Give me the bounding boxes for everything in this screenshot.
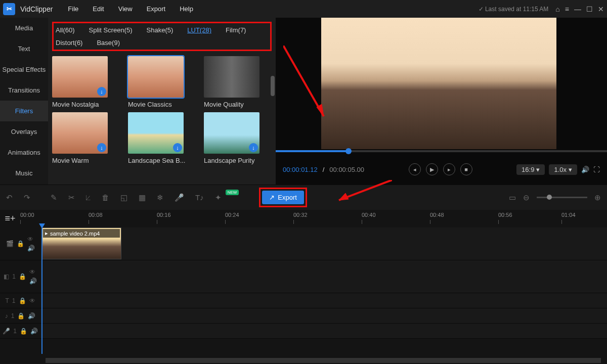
- zoom-thumb[interactable]: [547, 195, 552, 200]
- download-icon[interactable]: ↓: [173, 143, 182, 152]
- eye-icon[interactable]: 👁: [29, 268, 37, 276]
- sidebar-item-text[interactable]: Text: [0, 38, 48, 59]
- maximize-icon[interactable]: ☐: [586, 5, 593, 13]
- voice-track[interactable]: 🎤1🔒🔊: [0, 324, 607, 339]
- trim-icon[interactable]: ⟀: [86, 193, 91, 202]
- cat-film[interactable]: Film(7): [226, 26, 246, 34]
- eye-icon[interactable]: 👁: [29, 297, 35, 304]
- time-ruler[interactable]: 00:00 00:08 00:16 00:24 00:32 00:40 00:4…: [20, 210, 607, 228]
- fit-icon[interactable]: ▭: [509, 193, 516, 202]
- filter-movie-warm[interactable]: ↓ Movie Warm: [52, 112, 113, 164]
- next-frame-button[interactable]: ▸: [443, 163, 455, 175]
- zoom-slider[interactable]: [537, 197, 587, 198]
- prev-frame-button[interactable]: ◂: [409, 163, 421, 175]
- preview-video[interactable]: [321, 18, 556, 149]
- menu-export[interactable]: Export: [147, 5, 166, 13]
- cut-icon[interactable]: ✂: [68, 193, 75, 202]
- progress-thumb[interactable]: [345, 148, 352, 154]
- menu-help[interactable]: Help: [180, 5, 193, 13]
- preview-progress[interactable]: [276, 150, 607, 152]
- eye-icon[interactable]: 👁: [27, 236, 35, 243]
- svg-marker-3: [339, 193, 349, 200]
- ai-icon[interactable]: ✦: [215, 193, 222, 202]
- sidebar-item-music[interactable]: Music: [0, 163, 48, 184]
- zoom-out-icon[interactable]: ⊖: [523, 193, 530, 202]
- mute-icon[interactable]: 🔊: [29, 278, 37, 285]
- chevron-down-icon: ▾: [569, 166, 572, 173]
- audio-track[interactable]: ♪1🔒🔊: [0, 308, 607, 324]
- hamburger-icon[interactable]: ≡: [565, 5, 569, 13]
- sidebar-item-animations[interactable]: Animations: [0, 142, 48, 163]
- lock-icon[interactable]: 🔒: [20, 328, 27, 335]
- app-name: VidClipper: [20, 5, 53, 13]
- menu-edit[interactable]: Edit: [93, 5, 104, 13]
- delete-icon[interactable]: 🗑: [102, 193, 109, 202]
- cat-distort[interactable]: Distort(6): [56, 39, 82, 47]
- cat-base[interactable]: Base(9): [97, 39, 120, 47]
- panel-scrollbar[interactable]: [271, 76, 275, 96]
- mute-icon[interactable]: 🔊: [28, 312, 35, 320]
- cat-all[interactable]: All(60): [56, 26, 75, 34]
- close-icon[interactable]: ✕: [598, 5, 604, 13]
- zoom-in-icon[interactable]: ⊕: [594, 193, 601, 202]
- mosaic-icon[interactable]: ▦: [139, 193, 146, 202]
- lock-icon[interactable]: 🔒: [19, 273, 26, 280]
- crop-icon[interactable]: ◱: [120, 193, 127, 202]
- audio-track-icon: ♪: [5, 312, 8, 320]
- mic-icon[interactable]: 🎤: [175, 193, 184, 202]
- aspect-ratio-select[interactable]: 16:9▾: [516, 164, 545, 175]
- video-clip[interactable]: ▸sample video 2.mp4: [41, 228, 121, 259]
- menu-file[interactable]: File: [68, 5, 78, 13]
- minimize-icon[interactable]: —: [574, 5, 581, 13]
- export-button[interactable]: ↗ Export: [262, 191, 304, 204]
- speed-select[interactable]: 1.0x▾: [549, 164, 577, 175]
- lock-icon[interactable]: 🔒: [17, 240, 24, 247]
- sidebar-item-filters[interactable]: Filters: [0, 101, 48, 121]
- svg-line-0: [283, 46, 324, 116]
- filter-movie-classics[interactable]: Movie Classics: [128, 56, 189, 108]
- overlay-track[interactable]: ◧ 1 🔒 👁🔊: [0, 260, 607, 293]
- last-saved: ✓ Last saved at 11:15 AM: [479, 6, 549, 13]
- sidebar-item-fx[interactable]: Special Effects: [0, 59, 48, 80]
- sidebar-item-overlays[interactable]: Overlays: [0, 121, 48, 142]
- download-icon[interactable]: ↓: [97, 87, 106, 96]
- add-track-button[interactable]: ≡+: [0, 210, 20, 228]
- new-badge: NEW: [226, 190, 239, 195]
- volume-icon[interactable]: 🔊: [581, 166, 589, 173]
- edit-icon[interactable]: ✎: [51, 193, 57, 202]
- mute-icon[interactable]: 🔊: [27, 245, 35, 252]
- undo-icon[interactable]: ↶: [6, 193, 13, 202]
- preview-pane: 00:00:01.12 / 00:00:05.00 ◂ ▶ ▸ ■ 16:9▾ …: [276, 18, 607, 185]
- lock-icon[interactable]: 🔒: [17, 312, 25, 320]
- filter-landscape-sea[interactable]: ↓ Landscape Sea B...: [128, 112, 189, 164]
- menu-view[interactable]: View: [118, 5, 133, 13]
- timeline: ≡+ 00:00 00:08 00:16 00:24 00:32 00:40 0…: [0, 210, 607, 364]
- redo-icon[interactable]: ↷: [24, 193, 30, 202]
- download-icon[interactable]: ↓: [249, 143, 258, 152]
- lock-icon[interactable]: 🔒: [19, 297, 26, 304]
- download-icon[interactable]: ↓: [97, 143, 106, 152]
- cat-shake[interactable]: Shake(5): [147, 26, 174, 34]
- title-bar: ✂ VidClipper File Edit View Export Help …: [0, 0, 607, 18]
- cat-lut[interactable]: LUT(28): [187, 26, 211, 34]
- export-icon: ↗: [269, 194, 275, 201]
- stop-button[interactable]: ■: [460, 163, 472, 175]
- tts-icon[interactable]: T♪: [195, 193, 204, 202]
- video-track[interactable]: 🎬 🔒 👁🔊 ▸sample video 2.mp4: [0, 228, 607, 260]
- freeze-icon[interactable]: ❄: [157, 193, 163, 202]
- timeline-scrollbar[interactable]: [46, 358, 601, 363]
- text-track[interactable]: T1🔒👁: [0, 293, 607, 308]
- mute-icon[interactable]: 🔊: [30, 328, 38, 335]
- play-button[interactable]: ▶: [426, 163, 438, 175]
- fullscreen-icon[interactable]: ⛶: [593, 166, 600, 173]
- filter-movie-nostalgia[interactable]: ↓ Movie Nostalgia: [52, 56, 113, 108]
- chevron-down-icon: ▾: [536, 166, 540, 173]
- home-icon[interactable]: ⌂: [555, 5, 559, 13]
- cat-split[interactable]: Split Screen(5): [89, 26, 133, 34]
- filter-landscape-purity[interactable]: ↓ Landscape Purity: [204, 112, 265, 164]
- sidebar-item-media[interactable]: Media: [0, 18, 48, 38]
- playhead[interactable]: [41, 228, 42, 354]
- app-logo: ✂: [3, 3, 15, 15]
- filter-movie-quality[interactable]: Movie Quality: [204, 56, 265, 108]
- sidebar-item-transitions[interactable]: Transitions: [0, 80, 48, 101]
